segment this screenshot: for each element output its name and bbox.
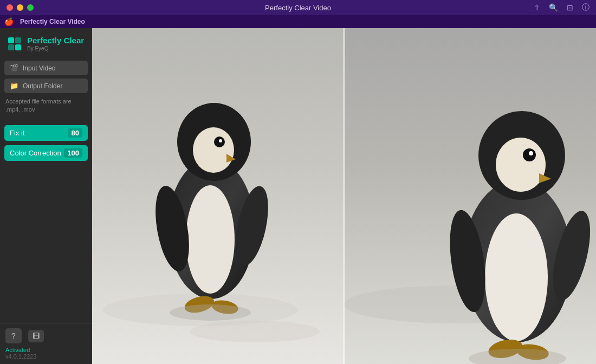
traffic-lights [7,4,34,11]
svg-point-10 [193,127,234,173]
file-buttons-area: 🎬 Input Video 📁 Output Folder [0,58,92,95]
close-button[interactable] [7,4,13,11]
color-correction-control[interactable]: Color Correction 100 [4,145,88,161]
minimize-button[interactable] [17,4,23,11]
svg-point-25 [523,148,536,161]
svg-point-18 [170,304,251,321]
maximize-button[interactable] [27,4,34,11]
bottom-icons-row: ? 🎞 [5,328,87,343]
svg-point-22 [485,213,548,341]
logo-text: Perfectly Clear By EyeQ [27,36,84,51]
svg-point-6 [190,321,320,342]
left-panel [92,28,344,364]
sidebar-bottom: ? 🎞 Activated v4.0.1.2223 [0,323,92,364]
logo-icon [7,36,23,52]
question-icon: ? [11,332,16,340]
activated-text: Activated [5,347,87,353]
share-icon: ⊡ [567,3,573,12]
color-correction-label: Color Correction [10,149,61,157]
apple-menu-icon[interactable]: 🍎 [4,17,14,26]
split-divider [344,28,345,364]
fix-it-control[interactable]: Fix it 80 [4,125,88,141]
logo-area: Perfectly Clear By EyeQ [0,28,92,58]
titlebar-icons: ⇧ 🔍 ⊡ ⓘ [534,3,589,12]
right-panel [344,28,596,364]
svg-point-24 [496,138,546,192]
menubar: 🍎 Perfectly Clear Video [0,15,596,28]
sidebar: Perfectly Clear By EyeQ 🎬 Input Video 📁 … [0,28,92,364]
titlebar: Perfectly Clear Video ⇧ 🔍 ⊡ ⓘ [0,0,596,15]
logo-main-text: Perfectly Clear [27,36,84,46]
controls-area: Fix it 80 Color Correction 100 [0,121,92,165]
svg-point-26 [529,151,533,155]
menubar-appname[interactable]: Perfectly Clear Video [20,18,85,25]
color-correction-value: 100 [64,148,82,158]
output-folder-button[interactable]: 📁 Output Folder [4,79,88,93]
folder-icon: 📁 [10,82,18,90]
svg-rect-3 [15,44,21,50]
svg-point-8 [186,185,235,294]
input-video-label: Input Video [23,64,56,72]
search-icon[interactable]: 🔍 [549,3,558,12]
video-icon: 🎬 [10,64,18,72]
help-button[interactable]: ? [5,328,22,343]
svg-rect-0 [8,37,14,43]
svg-point-12 [219,139,222,142]
window-title: Perfectly Clear Video [265,4,331,12]
export-button[interactable]: 🎞 [28,330,44,342]
airdrop-icon: ⇧ [534,3,540,12]
svg-rect-2 [8,44,14,50]
input-video-button[interactable]: 🎬 Input Video [4,61,88,75]
export-icon: 🎞 [33,332,40,340]
fix-it-label: Fix it [10,129,24,137]
main-layout: Perfectly Clear By EyeQ 🎬 Input Video 📁 … [0,28,596,364]
file-formats-note: Accepted file formats are .mp4, .mov [0,95,92,121]
logo-sub-text: By EyeQ [27,46,84,51]
split-view [92,28,596,364]
content-area [92,28,596,364]
help-icon[interactable]: ⓘ [582,3,589,12]
fix-it-value: 80 [68,128,82,138]
version-text: v4.0.1.2223 [5,353,87,360]
output-folder-label: Output Folder [23,82,62,90]
svg-rect-1 [15,37,21,43]
